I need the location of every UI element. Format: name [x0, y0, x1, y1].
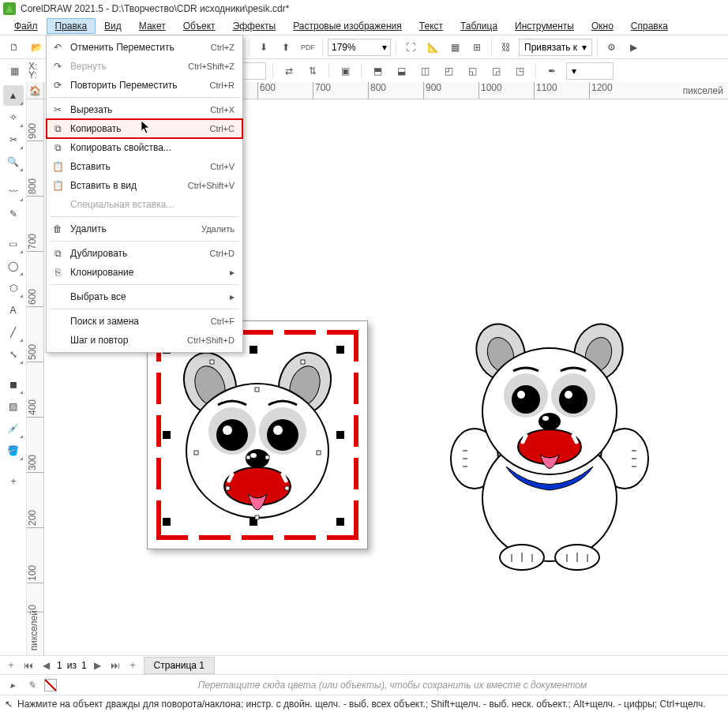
ellipse-tool[interactable]: ◯ [3, 256, 24, 276]
ruler-vertical[interactable]: 900 800 700 600 500 400 300 200 100 0 пи… [27, 99, 44, 655]
menu-help[interactable]: Справка [623, 19, 676, 33]
transparency-tool[interactable]: ▨ [3, 396, 24, 417]
menu-delete[interactable]: 🗑 УдалитьУдалить [47, 219, 242, 238]
ruler-unit-label-v: пикселей [28, 610, 39, 650]
freehand-tool[interactable]: 〰 [3, 182, 24, 202]
shape-tool[interactable]: ✧ [3, 107, 24, 128]
menu-paste-special: Специальная вставка... [47, 195, 242, 214]
rulers-button[interactable]: 📐 [423, 38, 442, 57]
menu-bitmaps[interactable]: Растровые изображения [285, 19, 410, 33]
toolbox: ▲ ✧ ✂ 🔍 〰 ✎ ▭ ◯ ⬡ A ╱ ⤡ ◼ ▨ 💉 🪣 ＋ [0, 82, 27, 655]
menu-copy-properties[interactable]: ⧉ Копировать свойства... [47, 138, 242, 157]
new-doc-button[interactable]: 🗋 [5, 38, 24, 57]
import-button[interactable]: ⬇ [254, 38, 273, 57]
artwork-dog-full[interactable] [439, 320, 660, 575]
mirror-h-button[interactable]: ⇄ [280, 62, 298, 81]
menu-tools[interactable]: Инструменты [507, 19, 582, 33]
pick-tool[interactable]: ▲ [3, 85, 24, 106]
menu-paste-into-view[interactable]: 📋 Вставить в видCtrl+Shift+V [47, 176, 242, 195]
trash-icon: 🗑 [51, 223, 64, 235]
intersect-button[interactable]: ◫ [415, 62, 434, 81]
dimension-tool[interactable]: ╱ [3, 322, 24, 343]
menu-clone[interactable]: ⎘ Клонирование▸ [47, 263, 242, 282]
page-add-button[interactable]: ＋ [5, 659, 17, 672]
mirror-v-button[interactable]: ⇅ [303, 62, 322, 81]
add-tool-button[interactable]: ＋ [3, 470, 24, 491]
clone-icon: ⎘ [51, 266, 64, 279]
svg-rect-17 [194, 451, 198, 455]
window-title: CorelDRAW 2021.5 - D:\Творчество\CDR исх… [21, 3, 289, 14]
menu-effects[interactable]: Эффекты [225, 19, 284, 33]
export-button[interactable]: ⬆ [276, 38, 295, 57]
status-hint: Нажмите на объект дважды для поворота/на… [17, 699, 706, 710]
menu-layout[interactable]: Макет [131, 19, 174, 33]
outline-width-combo[interactable]: ▾ [566, 62, 614, 80]
weld-button[interactable]: ⬒ [368, 62, 387, 81]
svg-point-38 [517, 391, 525, 399]
fullscreen-button[interactable]: ⛶ [401, 38, 420, 57]
page-prev-button[interactable]: ◀ [39, 659, 52, 672]
publish-pdf-button[interactable]: PDF [298, 38, 317, 57]
title-bar: CorelDRAW 2021.5 - D:\Творчество\CDR исх… [0, 0, 728, 17]
grid-button[interactable]: ▦ [445, 38, 464, 57]
open-button[interactable]: 📂 [27, 38, 46, 57]
outline-pen-button[interactable]: ✒ [542, 62, 561, 81]
polygon-tool[interactable]: ⬡ [3, 278, 24, 298]
snap-to-combo[interactable]: Привязать к ▾ [519, 39, 592, 56]
menu-select-all[interactable]: Выбрать все▸ [47, 287, 242, 306]
page-next-button[interactable]: ▶ [92, 659, 104, 672]
page-add-after-button[interactable]: ＋ [126, 659, 139, 672]
menu-view[interactable]: Вид [96, 19, 129, 33]
ruler-origin-button[interactable]: 🏠 [27, 82, 44, 99]
repeat-icon: ⟳ [51, 79, 64, 92]
dropshadow-tool[interactable]: ◼ [3, 374, 24, 395]
menu-undo[interactable]: ↶ Отменить ПереместитьCtrl+Z [47, 38, 242, 57]
status-bar: ↖ Нажмите на объект дважды для поворота/… [0, 695, 728, 712]
options-button[interactable]: ⚙ [602, 38, 621, 57]
guides-button[interactable]: ⊞ [467, 38, 486, 57]
crop-tool[interactable]: ✂ [3, 129, 24, 150]
menu-duplicate[interactable]: ⧉ ДублироватьCtrl+D [47, 244, 242, 263]
to-front-button[interactable]: ▣ [336, 62, 355, 81]
svg-rect-18 [317, 451, 321, 455]
page-current: 1 [57, 660, 62, 671]
launch-button[interactable]: ▶ [625, 38, 644, 57]
boundary-button[interactable]: ◳ [510, 62, 529, 81]
trim-button[interactable]: ⬓ [392, 62, 411, 81]
cut-icon: ✂ [51, 103, 64, 116]
menu-edit[interactable]: Правка [47, 19, 96, 33]
text-tool[interactable]: A [3, 300, 24, 320]
back-minus-front-button[interactable]: ◲ [486, 62, 505, 81]
simplify-button[interactable]: ◰ [439, 62, 458, 81]
page-first-button[interactable]: ⏮ [22, 659, 35, 672]
front-minus-back-button[interactable]: ◱ [463, 62, 482, 81]
menu-text[interactable]: Текст [411, 19, 451, 33]
menu-step-repeat[interactable]: Шаг и повторCtrl+Shift+D [47, 331, 242, 350]
menu-object[interactable]: Объект [175, 19, 223, 33]
snap-toggle-button[interactable]: ⛓ [497, 38, 516, 57]
menu-window[interactable]: Окно [584, 19, 621, 33]
copy-icon: ⧉ [51, 122, 64, 135]
page-last-button[interactable]: ⏭ [109, 659, 122, 672]
fill-tool[interactable]: 🪣 [3, 440, 24, 461]
menu-find-replace[interactable]: Поиск и заменаCtrl+F [47, 312, 242, 331]
position-icon: ▦ [5, 62, 24, 81]
palette-menu-button[interactable]: ▸ [6, 679, 19, 691]
menu-cut[interactable]: ✂ ВырезатьCtrl+X [47, 100, 242, 119]
page-tab[interactable]: Страница 1 [144, 657, 215, 674]
artwork-dog-head[interactable] [171, 340, 344, 532]
menu-file[interactable]: Файл [6, 19, 46, 33]
menu-table[interactable]: Таблица [452, 19, 505, 33]
menu-repeat[interactable]: ⟳ Повторить ПереместитьCtrl+R [47, 76, 242, 95]
zoom-tool[interactable]: 🔍 [3, 152, 24, 172]
menu-paste[interactable]: 📋 ВставитьCtrl+V [47, 157, 242, 176]
page-total: 1 [81, 660, 87, 671]
menu-copy[interactable]: ⧉ КопироватьCtrl+C [47, 119, 242, 138]
eyedropper-tool[interactable]: 💉 [3, 418, 24, 439]
zoom-level-combo[interactable]: 179%▾ [328, 39, 391, 56]
connector-tool[interactable]: ⤡ [3, 344, 24, 365]
no-fill-swatch[interactable] [44, 679, 57, 691]
artistic-media-tool[interactable]: ✎ [3, 204, 24, 224]
eyedropper-icon[interactable]: ✎ [25, 679, 38, 691]
rectangle-tool[interactable]: ▭ [3, 234, 24, 254]
